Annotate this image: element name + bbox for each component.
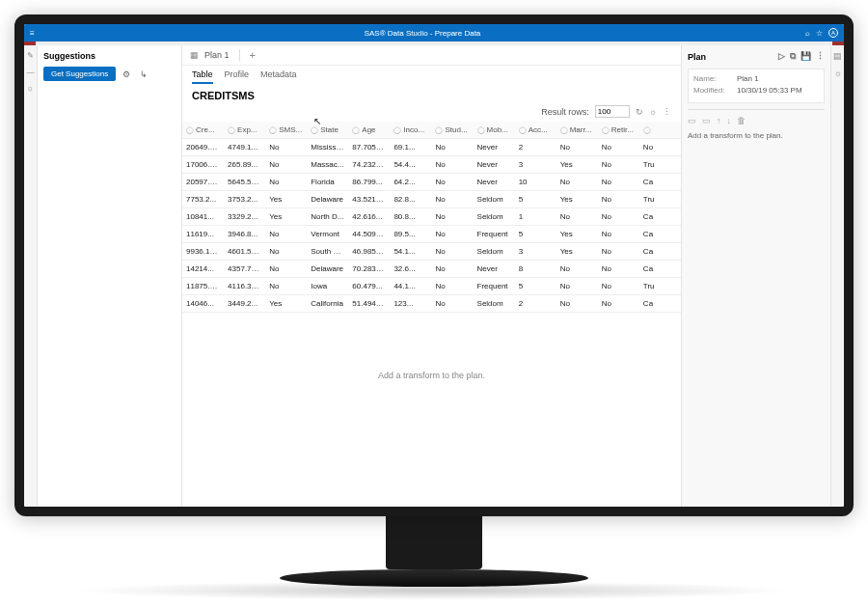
table-cell: Never xyxy=(474,139,515,156)
column-header[interactable]: ◯Inco... xyxy=(390,122,431,139)
table-cell: No xyxy=(598,243,639,261)
table-cell: 3 xyxy=(515,156,556,174)
table-cell: No xyxy=(431,208,473,226)
table-cell: Tru xyxy=(639,278,681,295)
table-cell: No xyxy=(431,139,473,156)
column-header[interactable]: ◯Acc... xyxy=(515,122,556,139)
table-cell: 20649.1... xyxy=(182,139,224,156)
column-header[interactable]: ◯Retir... xyxy=(598,122,639,139)
table-row[interactable]: 11619...3946.8...NoVermont44.5090...89.5… xyxy=(182,226,681,243)
right-rail-lightbulb-icon[interactable]: ☼ xyxy=(833,69,841,78)
center-pane: ▦ Plan 1 + Table Profile Metadata CREDIT… xyxy=(182,45,681,507)
table-cell: No xyxy=(556,261,598,278)
table-cell: Florida xyxy=(307,174,348,191)
table-row[interactable]: 20597.9...5645.58...NoFlorida86.799...64… xyxy=(182,174,681,191)
table-cell: Ca xyxy=(639,174,681,191)
save-icon[interactable]: 💾 xyxy=(800,51,811,62)
table-cell: 17006.1... xyxy=(182,156,224,174)
column-header[interactable]: ◯SMS... xyxy=(265,122,307,139)
step-up-icon[interactable]: ↑ xyxy=(717,116,721,125)
table-cell: 60.479... xyxy=(348,278,390,295)
table-cell: 9936.12... xyxy=(182,243,224,261)
add-plan-icon[interactable]: + xyxy=(250,49,256,61)
table-cell: 14214... xyxy=(182,261,224,278)
table-cell: 42.616... xyxy=(348,208,390,226)
tab-metadata[interactable]: Metadata xyxy=(260,69,297,84)
table-cell: 89.5... xyxy=(390,226,431,243)
run-icon[interactable]: ▷ xyxy=(778,51,785,62)
plan-panel-header: Plan xyxy=(688,52,706,62)
result-rows-bar: Result rows: ↻ ☼ ⋮ xyxy=(182,105,681,122)
right-rail-panel-icon[interactable]: ▤ xyxy=(833,51,842,61)
lightbulb-icon[interactable]: ☼ xyxy=(649,107,657,117)
table-cell: Yes xyxy=(265,208,307,226)
step-delete-icon[interactable]: 🗑 xyxy=(737,116,746,125)
table-row[interactable]: 14214...4357.76...NoDelaware70.2834...32… xyxy=(182,261,681,278)
table-cell: Delaware xyxy=(307,191,348,208)
table-cell: Ca xyxy=(639,261,681,278)
table-cell: No xyxy=(556,208,598,226)
flow-icon[interactable]: ↳ xyxy=(137,69,150,80)
column-header[interactable]: ◯Cre... xyxy=(182,122,224,139)
left-rail: ✎ ― ☼ xyxy=(24,45,38,507)
table-cell: 86.799... xyxy=(348,174,390,191)
table-cell: 87.7054... xyxy=(348,139,390,156)
column-header[interactable]: ◯State xyxy=(307,122,348,139)
column-header[interactable]: ◯Stud... xyxy=(431,122,473,139)
table-cell: 4601.58... xyxy=(224,243,265,261)
column-header[interactable]: ◯Marr... xyxy=(556,122,598,139)
table-cell: No xyxy=(598,295,639,313)
table-cell: Ca xyxy=(639,208,681,226)
get-suggestions-button[interactable]: Get Suggestions xyxy=(43,67,116,81)
table-cell: 2 xyxy=(515,139,556,156)
table-cell: No xyxy=(639,139,681,156)
table-cell: Yes xyxy=(265,295,307,313)
bell-icon[interactable]: ☆ xyxy=(816,29,823,38)
step-add-icon[interactable]: ▭ xyxy=(688,116,696,125)
table-cell: Ca xyxy=(639,226,681,243)
plan-tab[interactable]: Plan 1 xyxy=(204,50,230,60)
table-row[interactable]: 17006.1...265.89...NoMassac...74.2321...… xyxy=(182,156,681,174)
plan-tab-icon: ▦ xyxy=(190,50,199,60)
table-cell: 64.2... xyxy=(390,174,431,191)
settings-icon[interactable]: ⚙ xyxy=(120,69,133,80)
table-cell: 5645.58... xyxy=(224,174,265,191)
more-icon[interactable]: ⋮ xyxy=(663,107,671,117)
table-cell: 44.1... xyxy=(390,278,431,295)
center-hint: Add a transform to the plan. xyxy=(182,313,681,438)
result-rows-input[interactable] xyxy=(595,105,630,118)
table-cell: 3 xyxy=(515,243,556,261)
column-header[interactable]: ◯Exp... xyxy=(224,122,265,139)
table-row[interactable]: 20649.1...4749.1...NoMississip...87.7054… xyxy=(182,139,681,156)
title-bar: ≡ SAS® Data Studio - Prepare Data ⌕ ☆ A xyxy=(24,24,844,41)
refresh-icon[interactable]: ↻ xyxy=(636,107,643,117)
table-row[interactable]: 7753.2...3753.2...YesDelaware43.5210...8… xyxy=(182,191,681,208)
table-name: CREDITSMS xyxy=(182,84,681,105)
panel-more-icon[interactable]: ⋮ xyxy=(816,51,825,62)
step-down-icon[interactable]: ↓ xyxy=(727,116,732,125)
hamburger-icon[interactable]: ≡ xyxy=(30,29,40,38)
plan-hint: Add a transform to the plan. xyxy=(688,131,825,140)
app-title: SAS® Data Studio - Prepare Data xyxy=(40,29,805,38)
column-header[interactable]: ◯Age xyxy=(348,122,390,139)
table-cell: No xyxy=(265,261,307,278)
column-header[interactable]: ◯Mob... xyxy=(474,122,515,139)
table-cell: Yes xyxy=(556,243,598,261)
table-cell: Never xyxy=(474,261,515,278)
table-cell: 20597.9... xyxy=(182,174,224,191)
result-rows-label: Result rows: xyxy=(541,107,589,117)
search-icon[interactable]: ⌕ xyxy=(805,29,810,38)
table-row[interactable]: 11875.3...4116.32...NoIowa60.479...44.1.… xyxy=(182,278,681,295)
user-avatar[interactable]: A xyxy=(828,28,838,38)
column-header[interactable]: ◯ xyxy=(639,122,681,139)
view-subtabs: Table Profile Metadata xyxy=(182,66,681,84)
rail-wand-icon[interactable]: ✎ xyxy=(27,51,34,60)
table-row[interactable]: 9936.12...4601.58...NoSouth C...46.9855.… xyxy=(182,243,681,261)
tab-table[interactable]: Table xyxy=(192,69,213,84)
tab-profile[interactable]: Profile xyxy=(225,69,250,84)
copy-icon[interactable]: ⧉ xyxy=(790,51,796,62)
table-row[interactable]: 14046...3449.2...YesCalifornia51.4942...… xyxy=(182,295,681,313)
step-branch-icon[interactable]: ▭ xyxy=(702,116,711,125)
table-row[interactable]: 10841...3329.2...YesNorth D...42.616...8… xyxy=(182,208,681,226)
rail-lightbulb-icon[interactable]: ☼ xyxy=(27,84,34,93)
